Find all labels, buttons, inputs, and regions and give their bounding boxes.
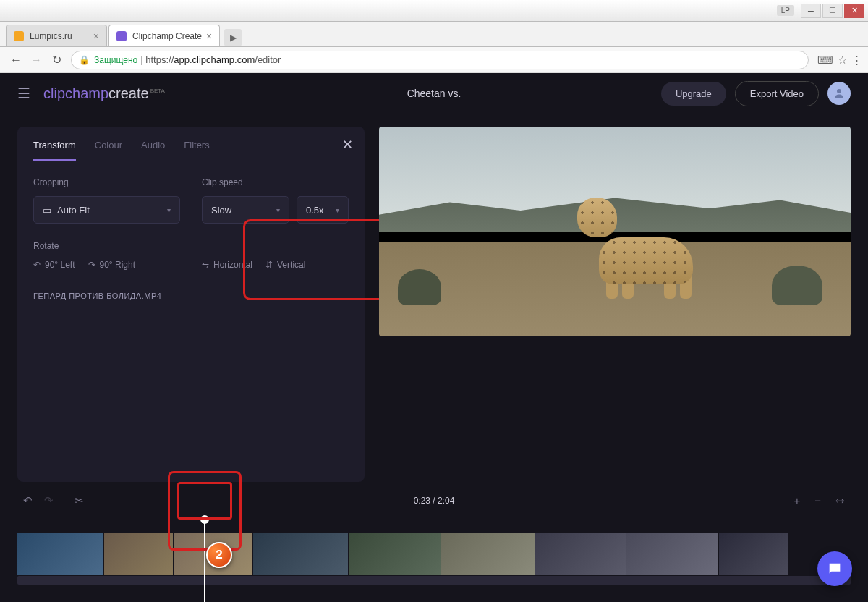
hamburger-icon[interactable]: ☰ [17,85,30,102]
rotate-left-button[interactable]: ↶90° Left [33,260,75,270]
video-preview[interactable] [379,127,851,336]
tab-title: Lumpics.ru [30,31,89,41]
tab-audio[interactable]: Audio [141,140,165,161]
timeline-track[interactable] [17,533,851,588]
crop-icon: ▭ [43,205,51,216]
address-bar: ← → ↻ 🔒 Защищено | https://app.clipchamp… [0,47,868,73]
zoom-in-button[interactable]: + [788,491,806,510]
translate-icon[interactable]: ⌨ [817,54,833,67]
timeline-clip[interactable] [719,533,788,575]
svg-point-0 [837,89,841,93]
chevron-down-icon: ▾ [276,206,280,214]
timeline-clip[interactable] [626,533,719,575]
window-minimize-button[interactable]: ─ [801,4,821,18]
redo-button[interactable]: ↷ [38,491,59,510]
annotation-marker-2: 2 [206,542,232,568]
window-maximize-button[interactable]: ☐ [822,4,843,18]
fit-button[interactable]: ⇿ [830,491,851,510]
chat-icon [827,561,843,577]
timeline-clip[interactable] [17,533,104,575]
url-text: | https://app.clipchamp.com/editor [140,54,281,65]
rotate-control: Rotate ↶90° Left ↷90° Right [33,241,180,270]
properties-panel: ✕ Transform Colour Audio Filters Croppin… [17,127,365,482]
workspace: ✕ Transform Colour Audio Filters Croppin… [0,114,868,482]
timeline-clip[interactable] [441,533,535,575]
clip-speed-control: Clip speed Slow ▾ 0.5x ▾ [202,177,349,224]
undo-button[interactable]: ↶ [17,491,38,510]
user-badge: LP [777,5,794,16]
flip-control: ⇋Horizontal ⇵Vertical [202,241,349,270]
split-button[interactable]: ✂ [69,491,90,510]
timeline-toolbar: ↶ ↷ ✂ 0:23 / 2:04 + − ⇿ [17,489,851,512]
url-input[interactable]: 🔒 Защищено | https://app.clipchamp.com/e… [71,51,809,69]
flip-v-icon: ⇵ [265,260,273,270]
project-title[interactable]: Cheetan vs. [407,88,461,99]
chevron-down-icon: ▾ [336,206,339,214]
new-tab-button[interactable]: ▶ [224,29,242,46]
menu-icon[interactable]: ⋮ [851,54,862,67]
timeline-timecode: 0:23 / 2:04 [414,496,455,506]
rotate-right-button[interactable]: ↷90° Right [88,260,136,270]
preview-frame [379,127,851,336]
timeline-area: ↶ ↷ ✂ 0:23 / 2:04 + − ⇿ [0,482,868,602]
nav-reload-button[interactable]: ↻ [46,50,67,70]
rotate-left-icon: ↶ [33,260,41,270]
tab-transform[interactable]: Transform [33,140,76,161]
cropping-dropdown[interactable]: ▭ Auto Fit ▾ [33,196,180,224]
speed-label: Clip speed [202,177,349,187]
bookmark-icon[interactable]: ☆ [838,54,847,67]
upgrade-button[interactable]: Upgrade [661,82,726,106]
close-icon[interactable]: ✕ [342,137,353,153]
tab-close-icon[interactable]: × [93,30,99,42]
browser-tab-strip: Lumpics.ru × Clipchamp Create × ▶ [0,22,868,47]
tab-colour[interactable]: Colour [95,140,122,161]
nav-forward-button[interactable]: → [26,50,46,70]
lock-icon: 🔒 [79,55,90,65]
flip-h-icon: ⇋ [202,260,209,270]
app-header: ☰ clipchampcreateBETA Cheetan vs. Upgrad… [0,73,868,114]
speed-mode-dropdown[interactable]: Slow ▾ [202,196,289,224]
chevron-down-icon: ▾ [167,206,171,214]
favicon-icon [14,31,24,41]
window-titlebar: LP ─ ☐ ✕ [0,0,868,22]
clips-row [17,533,851,575]
cropping-label: Cropping [33,177,180,187]
logo: clipchampcreateBETA [43,85,165,102]
flip-horizontal-button[interactable]: ⇋Horizontal [202,260,252,270]
app-root: ☰ clipchampcreateBETA Cheetan vs. Upgrad… [0,73,868,602]
avatar[interactable] [827,82,851,105]
browser-tab[interactable]: Lumpics.ru × [6,25,107,46]
timeline-clip[interactable] [535,533,626,575]
nav-back-button[interactable]: ← [6,50,26,70]
playhead[interactable] [204,520,205,602]
zoom-out-button[interactable]: − [809,491,827,510]
tab-title: Clipchamp Create [132,31,202,41]
clip-filename: ГЕПАРД ПРОТИВ БОЛИДА.MP4 [33,287,349,300]
chat-button[interactable] [817,551,852,586]
audio-track[interactable] [17,576,851,585]
flip-vertical-button[interactable]: ⇵Vertical [265,260,305,270]
window-close-button[interactable]: ✕ [844,4,864,18]
rotate-right-icon: ↷ [88,260,95,270]
export-button[interactable]: Export Video [735,81,819,106]
timeline-clip[interactable] [349,533,441,575]
rotate-label: Rotate [33,241,180,251]
favicon-icon [116,31,127,41]
panel-tabs: Transform Colour Audio Filters [33,140,349,161]
browser-tab-active[interactable]: Clipchamp Create × [109,25,220,46]
cropping-control: Cropping ▭ Auto Fit ▾ [33,177,180,224]
timeline-clip[interactable] [253,533,349,575]
tab-close-icon[interactable]: × [206,30,212,42]
timeline-clip[interactable] [104,533,174,575]
speed-value-dropdown[interactable]: 0.5x ▾ [297,196,349,224]
secure-label: Защищено [94,55,137,65]
tab-filters[interactable]: Filters [184,140,209,161]
